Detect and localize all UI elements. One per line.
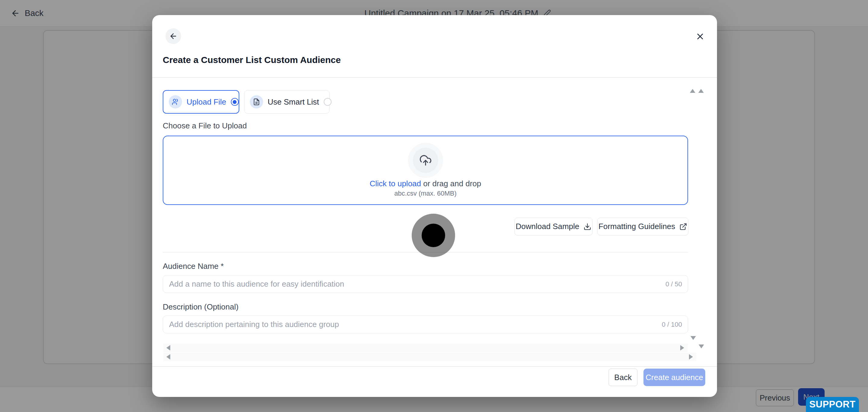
description-input[interactable] (163, 316, 688, 333)
external-link-icon (679, 223, 687, 230)
description-char-counter: 0 / 100 (662, 321, 682, 328)
file-type-hint: abc.csv (max. 60MB) (394, 190, 457, 197)
support-button[interactable]: SUPPORT (806, 397, 859, 412)
audience-name-input[interactable] (163, 275, 688, 293)
scroll-down-arrow-icon[interactable] (690, 336, 696, 340)
option-label: Upload File (187, 97, 226, 107)
description-field: 0 / 100 (163, 316, 688, 333)
modal-back-button[interactable] (165, 28, 181, 44)
download-sample-label: Download Sample (516, 222, 579, 231)
download-sample-button[interactable]: Download Sample (515, 218, 592, 235)
radio-dot (233, 100, 237, 104)
scroll-up-arrow-icon[interactable] (690, 89, 695, 93)
file-list-icon (250, 95, 263, 108)
close-icon (695, 32, 705, 41)
cursor-click-indicator (412, 214, 455, 257)
option-use-smart-list[interactable]: Use Smart List (244, 90, 330, 114)
modal-title: Create a Customer List Custom Audience (163, 55, 341, 65)
cursor-dot (422, 224, 445, 247)
upload-section-label: Choose a File to Upload (163, 121, 247, 130)
name-char-counter: 0 / 50 (665, 280, 682, 288)
radio-use-smart-list[interactable] (324, 98, 332, 106)
file-dropzone[interactable]: Click to upload or drag and drop abc.csv… (163, 136, 688, 205)
scroll-up-arrow-icon[interactable] (698, 89, 704, 93)
scroll-down-arrow-icon[interactable] (699, 345, 704, 348)
formatting-guidelines-button[interactable]: Formatting Guidelines (597, 218, 688, 235)
back-arrow-icon (169, 32, 178, 40)
scroll-right-arrow-icon[interactable] (680, 345, 684, 350)
download-icon (584, 223, 591, 230)
footer-divider (152, 366, 717, 367)
modal-footer-back-button[interactable]: Back (609, 369, 638, 386)
horizontal-scrollbar-track[interactable] (163, 344, 688, 352)
audience-name-field: 0 / 50 (163, 275, 688, 293)
audience-name-label: Audience Name * (163, 262, 224, 271)
option-label: Use Smart List (268, 97, 319, 107)
formatting-guidelines-label: Formatting Guidelines (598, 222, 675, 231)
click-to-upload-link[interactable]: Click to upload (370, 179, 421, 188)
scroll-left-arrow-icon[interactable] (166, 345, 170, 350)
close-button[interactable] (693, 30, 707, 43)
horizontal-scrollbar-track[interactable] (163, 353, 696, 361)
users-icon (169, 95, 182, 108)
cloud-upload-icon (419, 154, 432, 167)
drag-drop-text: or drag and drop (421, 179, 481, 188)
dropzone-instruction: Click to upload or drag and drop (370, 179, 481, 188)
scroll-right-arrow-icon[interactable] (689, 354, 693, 359)
description-label: Description (Optional) (163, 302, 239, 312)
create-audience-button[interactable]: Create audience (644, 369, 705, 386)
screen: Back Untitled Campaign on 17 Mar 25, 05:… (0, 0, 868, 412)
option-upload-file[interactable]: Upload File (163, 90, 239, 114)
scroll-left-arrow-icon[interactable] (166, 354, 170, 359)
upload-icon-ring (408, 143, 443, 178)
upload-icon-circle (413, 148, 438, 173)
title-divider (152, 77, 717, 78)
create-audience-modal: Create a Customer List Custom Audience U… (152, 15, 717, 397)
radio-upload-file-selected[interactable] (231, 98, 239, 106)
